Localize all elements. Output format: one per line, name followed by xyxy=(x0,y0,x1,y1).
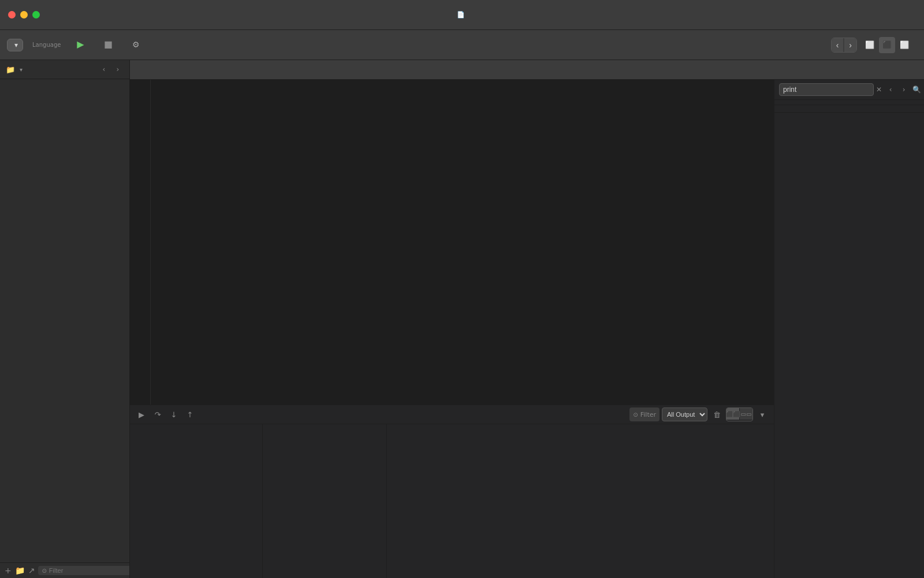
window-title: 📄 xyxy=(457,11,468,18)
sidebar-forward-button[interactable]: › xyxy=(112,64,124,75)
language-selector[interactable]: ▾ xyxy=(7,39,23,51)
doc-panel xyxy=(774,113,924,578)
output-panel xyxy=(387,424,774,578)
editor-split: ▶ ↷ ↓ ↑ ⊙ Filter All Output xyxy=(130,80,924,578)
right-panel: ✕ ‹ › 🔍 ⋯ xyxy=(774,80,924,578)
code-lines xyxy=(151,80,774,405)
chevron-down-icon: ▾ xyxy=(20,66,23,73)
filter-panel-icon: ⊙ xyxy=(633,412,638,418)
layout-side-button[interactable]: ▭▭ xyxy=(740,408,752,420)
view-layout-group: ⬜ ⬛ ⬜ xyxy=(862,37,912,53)
sidebar: 📁 ▾ ‹ › + 📁 ↗ ⊙ xyxy=(0,60,130,578)
search-prev-button[interactable]: ‹ xyxy=(884,83,897,96)
tabs-bar xyxy=(130,60,924,80)
main-container: 📁 ▾ ‹ › + 📁 ↗ ⊙ xyxy=(0,60,924,578)
step-into-button[interactable]: ↓ xyxy=(167,407,181,421)
variables-panel xyxy=(263,424,387,578)
layout-full-button[interactable]: ⬜ xyxy=(896,37,912,53)
back-forward-group: ‹ › xyxy=(831,38,857,53)
bottom-content xyxy=(130,424,774,578)
run-button[interactable]: ▶ xyxy=(68,36,93,53)
stop-button[interactable]: ■ xyxy=(95,36,121,53)
reveal-button[interactable]: ↗ xyxy=(28,565,35,576)
output-layout-group: ⬛⬛ ▭▭ xyxy=(726,407,753,421)
clear-search-button[interactable]: ✕ xyxy=(876,83,882,96)
add-file-button[interactable]: + xyxy=(5,565,12,576)
run-settings-button[interactable]: ⚙ xyxy=(123,38,148,53)
bottom-panel-header: ▶ ↷ ↓ ↑ ⊙ Filter All Output xyxy=(130,405,774,424)
toolbar: ▾ Language ▶ ■ ⚙ ‹ › ⬜ ⬛ ⬜ xyxy=(0,30,924,60)
search-bar: ✕ ‹ › 🔍 ⋯ xyxy=(774,80,924,100)
sidebar-filter-input[interactable] xyxy=(49,567,129,574)
maximize-button[interactable] xyxy=(32,11,40,18)
search-next-button[interactable]: › xyxy=(897,83,910,96)
play-icon: ▶ xyxy=(77,39,84,50)
find-on-page-button[interactable] xyxy=(774,105,924,113)
back-button[interactable]: ‹ xyxy=(832,38,844,52)
expand-panel-button[interactable]: ▾ xyxy=(755,407,769,421)
layout-split-button[interactable]: ⬛ xyxy=(879,37,895,53)
sidebar-header: 📁 ▾ ‹ › xyxy=(0,60,129,79)
search-nav: ‹ › xyxy=(884,83,910,96)
output-body[interactable] xyxy=(387,424,774,578)
code-body[interactable] xyxy=(130,80,774,405)
root-folder-button[interactable]: 📁 ▾ xyxy=(6,65,96,74)
search-options-button[interactable]: 🔍 xyxy=(912,83,921,96)
close-button[interactable] xyxy=(8,11,16,18)
debug-controls: ▶ ↷ ↓ ↑ xyxy=(135,407,197,421)
line-numbers xyxy=(130,80,151,405)
stack-panel xyxy=(130,424,263,578)
forward-button[interactable]: › xyxy=(844,38,856,52)
sidebar-nav: ‹ › xyxy=(98,64,124,75)
code-editor: ▶ ↷ ↓ ↑ ⊙ Filter All Output xyxy=(130,80,774,578)
titlebar: 📄 xyxy=(0,0,924,30)
folder-icon: 📁 xyxy=(6,65,15,74)
new-folder-button[interactable]: 📁 xyxy=(15,565,25,576)
layout-sidebar-button[interactable]: ⬜ xyxy=(862,37,878,53)
sidebar-bottom: + 📁 ↗ ⊙ xyxy=(0,562,129,578)
search-tabs xyxy=(774,100,924,105)
filter-panel-label: Filter xyxy=(640,411,656,418)
layout-stacked-button[interactable]: ⬛⬛ xyxy=(726,408,739,420)
language-header-label: Language xyxy=(32,42,61,48)
clear-output-button[interactable]: 🗑 xyxy=(710,407,724,421)
panel-controls: ⊙ Filter All Output 🗑 ⬛⬛ ▭▭ ▾ xyxy=(629,407,769,421)
stop-icon: ■ xyxy=(104,39,113,50)
step-out-button[interactable]: ↑ xyxy=(183,407,197,421)
output-source-select[interactable]: All Output xyxy=(662,407,707,421)
minimize-button[interactable] xyxy=(20,11,28,18)
sidebar-tree xyxy=(0,79,129,562)
window-controls xyxy=(8,11,40,18)
bottom-panel: ▶ ↷ ↓ ↑ ⊙ Filter All Output xyxy=(130,405,774,578)
file-icon: 📄 xyxy=(457,11,465,18)
settings-icon: ⚙ xyxy=(132,40,140,49)
filter-icon: ⊙ xyxy=(42,568,46,574)
doc-search-input[interactable] xyxy=(779,83,874,96)
chevron-down-icon: ▾ xyxy=(14,41,18,49)
editor-area: ▶ ↷ ↓ ↑ ⊙ Filter All Output xyxy=(130,60,924,578)
step-over-button[interactable]: ↷ xyxy=(151,407,165,421)
continue-button[interactable]: ▶ xyxy=(135,407,148,421)
sidebar-back-button[interactable]: ‹ xyxy=(98,64,110,75)
toolbar-right: ‹ › ⬜ ⬛ ⬜ xyxy=(831,37,917,53)
